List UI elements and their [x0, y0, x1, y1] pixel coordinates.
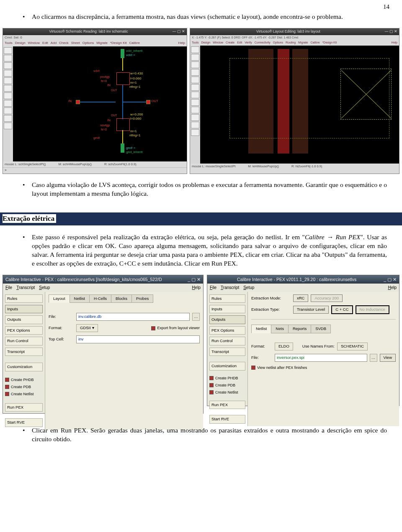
tab-netlist[interactable]: Netlist	[251, 325, 271, 333]
side-run-pex[interactable]: Run PEX	[5, 403, 43, 412]
tool-btn[interactable]	[191, 61, 199, 68]
view-button[interactable]: View	[380, 354, 396, 362]
menu-designkit[interactable]: *Design Kit	[322, 41, 337, 44]
file-input[interactable]: inv.calibre.db	[76, 313, 190, 321]
menu-file[interactable]: File	[210, 285, 216, 291]
tool-btn[interactable]	[191, 107, 199, 113]
usenames-dropdown[interactable]: SCHEMATIC	[337, 343, 368, 350]
topcell-input[interactable]: inv	[76, 335, 200, 343]
menu-edit[interactable]: Edit	[42, 41, 48, 46]
side-run-control[interactable]: Run Control	[209, 337, 245, 345]
tool-btn[interactable]	[4, 92, 12, 99]
menu-migrate[interactable]: Migrate	[96, 41, 108, 46]
tool-btn[interactable]	[4, 107, 12, 114]
menu-calibre[interactable]: Calibre	[310, 41, 320, 44]
layout-canvas[interactable]	[190, 46, 399, 164]
side-outputs[interactable]: Outputs	[5, 315, 43, 324]
tool-btn[interactable]	[4, 85, 12, 92]
tool-btn[interactable]	[4, 100, 12, 107]
menu-file[interactable]: File	[5, 285, 12, 291]
layout-drawing[interactable]	[200, 46, 399, 164]
side-pex-options[interactable]: PEX Options	[5, 326, 43, 335]
mode-accuracy-toggle[interactable]: Accuracy 200	[311, 294, 343, 302]
side-customization[interactable]: Customization	[209, 362, 245, 370]
format-dropdown[interactable]: GDSII ▾	[76, 324, 98, 332]
chk-create-netlist[interactable]: Create Netlist	[5, 391, 43, 396]
inputs-tabrow[interactable]: Layout Netlist H-Cells Blocks Probes	[49, 294, 200, 303]
window-buttons[interactable]: _ ▢ ✕	[188, 276, 201, 282]
menu-window[interactable]: Window	[213, 41, 223, 44]
menu-create[interactable]: Create	[226, 41, 234, 44]
side-transcript[interactable]: Transcript	[209, 348, 245, 356]
browse-button[interactable]: …	[192, 313, 200, 321]
side-start-rve[interactable]: Start RVE	[5, 418, 43, 427]
tool-btn[interactable]	[191, 46, 199, 53]
tool-btn[interactable]	[191, 92, 199, 98]
tool-btn[interactable]	[191, 129, 199, 136]
side-start-rve[interactable]: Start RVE	[209, 415, 245, 423]
side-rules[interactable]: Rules	[5, 294, 43, 303]
window-buttons[interactable]: — ▢ ✕	[385, 29, 397, 34]
type-ccc-toggle[interactable]: C + CC	[331, 305, 353, 314]
tab-svdb[interactable]: SVDB	[311, 325, 331, 333]
tool-btn[interactable]	[191, 114, 199, 121]
chk-export-layout[interactable]: Export from layout viewer	[151, 325, 200, 330]
tool-btn[interactable]	[191, 77, 199, 83]
tab-reports[interactable]: Reports	[288, 325, 311, 333]
calibre-inputs-titlebar[interactable]: Calibre Interactive - PEX : calibrexrcir…	[3, 275, 203, 284]
tool-btn[interactable]	[191, 122, 199, 128]
menu-options[interactable]: Options	[82, 41, 94, 46]
menu-add[interactable]: Add	[51, 41, 57, 46]
mode-xrc-toggle[interactable]: xRC	[293, 294, 308, 302]
calibre-inputs-menubar[interactable]: File Transcript Setup Help	[3, 284, 203, 292]
schematic-titlebar[interactable]: Virtuoso® Schematic Reading: lab3 inv sc…	[3, 28, 187, 35]
side-inputs[interactable]: Inputs	[209, 305, 245, 313]
side-pex-options[interactable]: PEX Options	[209, 326, 245, 335]
menu-verify[interactable]: Verify	[245, 41, 252, 44]
tab-probes[interactable]: Probes	[131, 294, 153, 303]
side-inputs[interactable]: Inputs	[5, 305, 43, 313]
menu-edit[interactable]: Edit	[237, 41, 242, 44]
tool-btn[interactable]	[191, 69, 199, 76]
tool-btn[interactable]	[4, 77, 12, 84]
chk-create-netlist[interactable]: Create Netlist	[209, 390, 245, 395]
tab-blocks[interactable]: Blocks	[111, 294, 132, 303]
chk-create-pdb[interactable]: Create PDB	[209, 383, 245, 388]
tool-btn[interactable]	[4, 115, 12, 122]
menu-design[interactable]: Design	[201, 41, 210, 44]
side-transcript[interactable]: Transcript	[5, 348, 43, 356]
schematic-canvas[interactable]: vdd_inherit vdd! = vdd! psvtgp fe=0 w=0.…	[3, 46, 187, 161]
side-rules[interactable]: Rules	[209, 294, 245, 303]
menu-transcript[interactable]: Transcript	[16, 285, 35, 291]
tool-btn[interactable]	[191, 54, 199, 61]
outfile-input[interactable]: inversor.pex.spi	[275, 354, 367, 362]
chk-create-phdb[interactable]: Create PHDB	[5, 377, 43, 382]
menu-sheet[interactable]: Sheet	[71, 41, 80, 46]
tool-btn[interactable]	[191, 99, 199, 106]
window-buttons[interactable]: _ ▢ ✕	[384, 276, 397, 282]
chk-view-after[interactable]: View netlist after PEX finishes	[251, 365, 396, 370]
tab-nets[interactable]: Nets	[271, 325, 289, 333]
schematic-menubar[interactable]: Tools Design Window Edit Add Check Sheet…	[3, 40, 187, 46]
layout-menubar[interactable]: Tools Design Window Create Edit Verify C…	[190, 40, 399, 45]
menu-tools[interactable]: Tools	[5, 41, 13, 46]
menu-help[interactable]: Help	[392, 41, 397, 44]
menu-help[interactable]: Help	[192, 285, 201, 291]
menu-designkit[interactable]: *Design Kit	[110, 41, 127, 46]
type-noind-toggle[interactable]: No Inductance	[356, 305, 389, 314]
chk-create-pdb[interactable]: Create PDB	[5, 384, 43, 389]
side-outputs[interactable]: Outputs	[209, 315, 245, 324]
schematic-drawing[interactable]: vdd_inherit vdd! = vdd! psvtgp fe=0 w=0.…	[13, 46, 187, 161]
side-run-pex[interactable]: Run PEX	[209, 401, 245, 409]
menu-design[interactable]: Design	[15, 41, 26, 46]
tab-layout[interactable]: Layout	[49, 294, 70, 303]
browse-button[interactable]: …	[370, 354, 377, 362]
layout-titlebar[interactable]: Virtuoso® Layout Editing: lab3 inv layou…	[190, 28, 399, 35]
menu-tools[interactable]: Tools	[192, 41, 198, 44]
schematic-prompt[interactable]: >	[3, 167, 187, 174]
calibre-outputs-titlebar[interactable]: Calibre Interactive - PEX v2011.1_29.20 …	[207, 275, 399, 284]
tool-btn[interactable]	[4, 55, 12, 61]
fmt-dropdown[interactable]: ELDO	[275, 343, 293, 350]
menu-transcript[interactable]: Transcript	[221, 285, 239, 291]
menu-setup[interactable]: Setup	[243, 285, 254, 291]
